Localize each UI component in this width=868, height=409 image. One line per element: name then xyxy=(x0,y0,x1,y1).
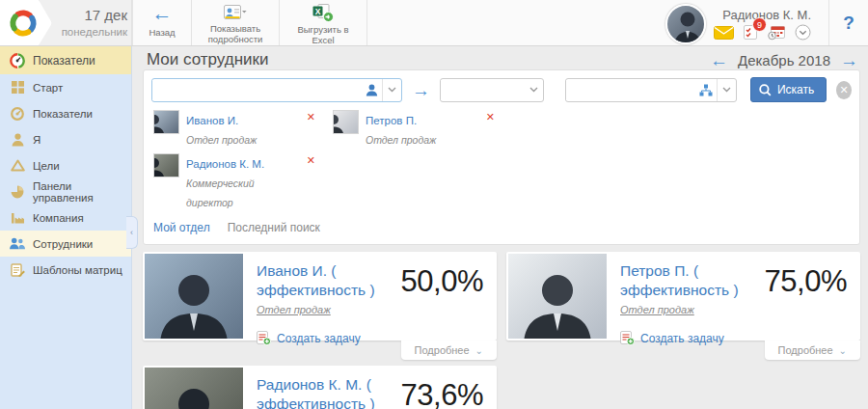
employee-role-link[interactable]: Отдел продаж xyxy=(620,304,694,315)
chevron-down-icon[interactable] xyxy=(718,79,736,101)
sidebar-item-label: Шаблоны матриц xyxy=(33,264,122,276)
chip-info: Радионов К. М. Коммерческий директор xyxy=(186,153,300,211)
chevron-down-icon[interactable] xyxy=(525,79,543,101)
back-button[interactable]: ← Назад xyxy=(132,0,192,45)
employee-name-link[interactable]: Петров П. ( эффективность ) xyxy=(620,261,747,300)
sidebar-collapse-handle[interactable]: ‹ xyxy=(126,216,138,249)
indicators-speedometer-icon xyxy=(10,53,25,68)
sidebar-item-label: Старт xyxy=(33,82,63,94)
remove-chip-icon[interactable]: ✕ xyxy=(486,110,495,123)
body: Показатели Старт Показ xyxy=(0,46,868,409)
app-logo[interactable] xyxy=(0,0,52,45)
sidebar-item-dashboards[interactable]: Панели управления xyxy=(0,178,131,204)
chip-avatar xyxy=(153,153,179,177)
help-button[interactable]: ? xyxy=(829,0,868,45)
more-details-button[interactable]: Подробнее ⌄ xyxy=(765,341,860,360)
create-task-icon xyxy=(257,331,271,345)
more-label: Подробнее xyxy=(778,344,833,356)
chip-role: Отдел продаж xyxy=(186,134,257,146)
efficiency-value: 73,6% xyxy=(397,368,495,409)
sidebar-item-goals[interactable]: Цели xyxy=(0,152,131,178)
sidebar-item-label: Я xyxy=(33,134,41,146)
user-avatar[interactable] xyxy=(665,4,706,44)
chevron-down-icon: ⌄ xyxy=(475,345,483,356)
my-department-link[interactable]: Мой отдел xyxy=(153,221,210,234)
app-logo-icon xyxy=(7,7,40,40)
excel-icon: X xyxy=(312,4,334,22)
next-month-arrow-icon[interactable]: → xyxy=(840,51,858,69)
card-body: Иванов И. ( эффективность ) Отдел продаж xyxy=(143,252,497,341)
clear-search-icon[interactable]: ✕ xyxy=(836,81,852,99)
more-label: Подробнее xyxy=(415,344,470,356)
notifications-badge: 9 xyxy=(752,17,767,32)
indicators-gauge-icon xyxy=(10,107,25,121)
create-task-link[interactable]: Создать задачу xyxy=(620,331,747,345)
employee-search-input[interactable] xyxy=(152,80,362,100)
sidebar-item-label: Панели управления xyxy=(33,180,131,204)
employee-card: Радионов К. М. ( эффективность ) Коммерч… xyxy=(143,366,497,409)
sidebar-item-matrix-templates[interactable]: Шаблоны матриц xyxy=(0,257,131,283)
search-button-label: Искать xyxy=(777,83,814,96)
search-button[interactable]: Искать xyxy=(750,77,827,102)
tasks-icon[interactable]: 9 xyxy=(743,24,759,41)
back-arrow-icon: ← xyxy=(152,4,173,25)
expand-circle-icon[interactable] xyxy=(795,24,811,41)
arrow-right-icon: → xyxy=(412,81,430,99)
more-details-button[interactable]: Подробнее ⌄ xyxy=(401,341,497,360)
department-search-field xyxy=(565,78,737,102)
chevron-down-icon[interactable] xyxy=(383,79,401,101)
department-search-input[interactable] xyxy=(566,80,695,100)
month-label: Декабрь 2018 xyxy=(738,52,830,68)
sidebar-item-me[interactable]: Я xyxy=(0,126,131,152)
last-search-link[interactable]: Последний поиск xyxy=(228,221,320,234)
export-excel-button[interactable]: X Выгрузить в Excel xyxy=(280,0,367,45)
sidebar-section-indicators[interactable]: Показатели xyxy=(0,46,131,74)
employee-name-link[interactable]: Радионов К. М. ( эффективность ) xyxy=(257,375,384,409)
remove-chip-icon[interactable]: ✕ xyxy=(307,110,315,123)
filter-select-input[interactable] xyxy=(441,80,525,100)
chip-name[interactable]: Петров П. xyxy=(366,115,417,126)
remove-chip-icon[interactable]: ✕ xyxy=(307,153,315,167)
chip-name[interactable]: Иванов И. xyxy=(186,115,238,126)
user-name[interactable]: Радионов К. М. xyxy=(722,8,811,22)
show-details-label: Показывать подробности xyxy=(202,23,269,45)
previous-month-arrow-icon[interactable]: ← xyxy=(710,51,728,69)
employee-cards: Иванов И. ( эффективность ) Отдел продаж xyxy=(143,252,860,409)
search-row: → xyxy=(151,77,852,102)
date-day: 17 дек xyxy=(50,7,127,25)
employee-role-link[interactable]: Отдел продаж xyxy=(257,304,331,315)
chevron-down-icon: ⌄ xyxy=(839,345,847,356)
date-weekday: понедельник xyxy=(50,25,127,39)
sidebar-item-indicators[interactable]: Показатели xyxy=(0,100,131,126)
chip-role: Отдел продаж xyxy=(366,134,436,146)
employee-card: Иванов И. ( эффективность ) Отдел продаж xyxy=(143,252,497,360)
sidebar-item-company[interactable]: Компания xyxy=(0,204,131,231)
sidebar-item-start[interactable]: Старт xyxy=(0,74,131,100)
dashboards-pie-icon xyxy=(10,185,25,199)
chip-info: Петров П. Отдел продаж xyxy=(366,110,436,149)
employee-name-link[interactable]: Иванов И. ( эффективность ) xyxy=(257,261,384,300)
card-body: Радионов К. М. ( эффективность ) Коммерч… xyxy=(143,366,497,409)
sidebar-item-employees[interactable]: Сотрудники xyxy=(0,231,131,257)
calendar-clock-icon[interactable] xyxy=(768,25,786,41)
employee-chip: Иванов И. Отдел продаж ✕ xyxy=(153,110,315,149)
chip-name[interactable]: Радионов К. М. xyxy=(186,158,264,170)
create-task-link[interactable]: Создать задачу xyxy=(257,331,384,345)
chip-role: Коммерческий директор xyxy=(186,177,255,208)
quick-links: Мой отдел Последний поиск xyxy=(151,213,852,236)
avatar-silhouette xyxy=(667,5,706,44)
sidebar-item-label: Компания xyxy=(33,212,84,224)
main-content: Мои сотрудники ← Декабрь 2018 → xyxy=(132,46,868,409)
employee-photo xyxy=(145,368,243,409)
card-info: Петров П. ( эффективность ) Отдел продаж xyxy=(620,254,747,339)
user-icons: 9 xyxy=(714,24,811,41)
mail-icon[interactable] xyxy=(714,26,734,40)
show-details-button[interactable]: Показывать подробности xyxy=(192,0,280,45)
sidebar-item-label: Сотрудники xyxy=(33,238,93,250)
employee-photo xyxy=(508,254,607,339)
search-panel: → xyxy=(143,69,860,245)
brand-zone: 17 дек понедельник xyxy=(0,0,132,45)
search-icon xyxy=(759,84,772,96)
app-window: 17 дек понедельник ← Назад xyxy=(0,0,868,409)
show-details-icon xyxy=(224,4,247,21)
